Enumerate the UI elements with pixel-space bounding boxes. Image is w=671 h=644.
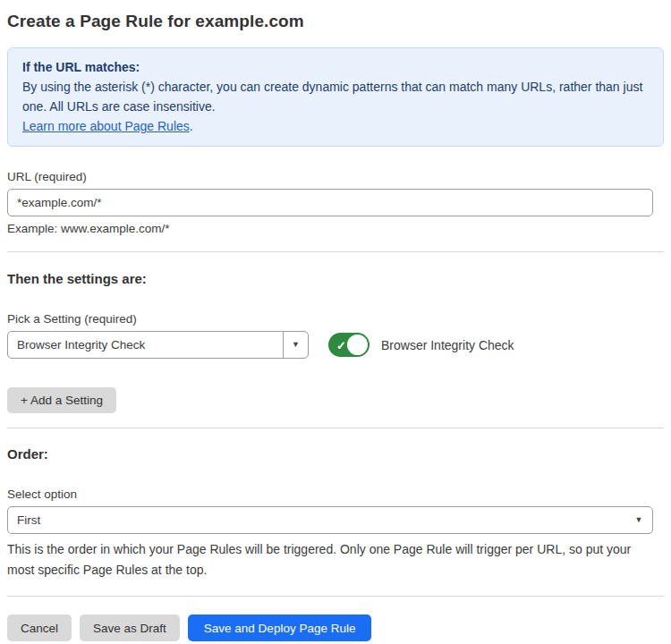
url-field-label: URL (required) — [7, 170, 664, 183]
link-suffix: . — [190, 119, 193, 133]
create-page-rule-panel: Create a Page Rule for example.com If th… — [0, 0, 671, 641]
order-select[interactable]: First ▼ — [7, 506, 653, 534]
divider — [7, 251, 664, 252]
setting-dropdown[interactable]: Browser Integrity Check ▼ — [7, 331, 309, 359]
page-title: Create a Page Rule for example.com — [7, 12, 664, 31]
pick-setting-label: Pick a Setting (required) — [7, 312, 664, 326]
divider — [7, 428, 664, 428]
check-icon: ✓ — [336, 338, 346, 352]
save-and-deploy-button[interactable]: Save and Deploy Page Rule — [188, 614, 372, 641]
url-input[interactable] — [7, 189, 653, 216]
url-matches-info-box: If the URL matches: By using the asteris… — [7, 47, 664, 147]
toggle-label: Browser Integrity Check — [381, 338, 514, 352]
cancel-button[interactable]: Cancel — [7, 614, 72, 641]
browser-integrity-toggle[interactable]: ✓ — [328, 333, 369, 357]
order-select-value: First — [8, 513, 625, 527]
toggle-knob — [347, 335, 368, 355]
info-box-body: By using the asterisk (*) character, you… — [22, 77, 649, 116]
order-select-arrow-wrap: ▼ — [625, 516, 652, 524]
select-option-label: Select option — [7, 487, 664, 501]
add-setting-button[interactable]: + Add a Setting — [7, 387, 116, 413]
setting-row: Browser Integrity Check ▼ ✓ Browser Inte… — [7, 331, 664, 359]
info-box-link-line: Learn more about Page Rules. — [22, 116, 649, 136]
divider — [7, 596, 664, 597]
chevron-down-icon: ▼ — [292, 341, 300, 349]
save-as-draft-button[interactable]: Save as Draft — [80, 614, 180, 641]
url-example-text: Example: www.example.com/* — [7, 222, 664, 235]
order-section-heading: Order: — [7, 446, 664, 462]
settings-section-heading: Then the settings are: — [7, 271, 664, 286]
footer-actions: Cancel Save as Draft Save and Deploy Pag… — [7, 614, 664, 641]
info-box-heading: If the URL matches: — [22, 57, 649, 77]
chevron-down-icon: ▼ — [635, 516, 643, 524]
setting-dropdown-arrow-button[interactable]: ▼ — [283, 332, 308, 358]
order-help-text: This is the order in which your Page Rul… — [7, 539, 653, 580]
setting-dropdown-value: Browser Integrity Check — [8, 332, 283, 358]
learn-more-link[interactable]: Learn more about Page Rules — [22, 119, 190, 133]
